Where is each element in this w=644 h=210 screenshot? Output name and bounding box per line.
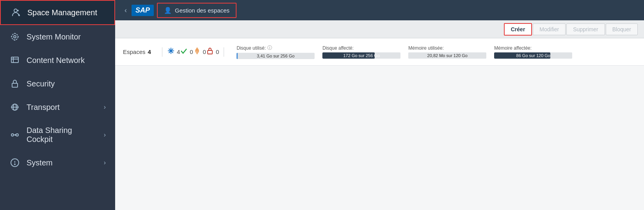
back-button[interactable]: ‹	[120, 6, 132, 14]
meter-value-0: 3,41 Go sur 256 Go	[257, 54, 295, 58]
meter-group-3: Mémoire affectée:86 Go sur 120 Go	[494, 45, 572, 59]
sidebar-item-system-monitor[interactable]: System Monitor	[0, 25, 115, 48]
meter-label-2: Mémoire utilisée:	[408, 45, 486, 51]
meter-value-1: 172 Go sur 256 Go	[343, 53, 380, 58]
sidebar-item-label-transport: Transport	[27, 103, 60, 112]
header-bar: ‹ SAP 👤 Gestion des espaces	[115, 0, 644, 20]
stat-icon-2	[193, 47, 201, 57]
sidebar-item-label-space-management: Space Management	[27, 8, 97, 17]
bloquer-button[interactable]: Bloquer	[606, 23, 638, 35]
svg-point-27	[170, 50, 172, 52]
stat-icon-0	[167, 47, 175, 57]
sidebar-item-label-data-sharing-cockpit: Data Sharing Cockpit	[27, 126, 98, 144]
stat-count-1: 0	[190, 48, 193, 55]
stat-item-3: 0	[206, 47, 219, 57]
svg-rect-8	[11, 57, 18, 63]
system-icon	[9, 158, 20, 167]
svg-point-3	[12, 34, 18, 40]
meter-group-0: Disque utilisé:ⓘ3,41 Go sur 256 Go	[237, 45, 315, 59]
svg-rect-28	[208, 50, 212, 54]
stats-bar: Espaces 4 4000Disque utilisé:ⓘ3,41 Go su…	[115, 38, 644, 66]
sidebar-item-system[interactable]: System›	[0, 151, 115, 174]
meter-bar-wrap-0: 3,41 Go sur 256 Go	[237, 53, 315, 59]
sidebar: Space ManagementSystem MonitorContent Ne…	[0, 0, 115, 210]
sidebar-item-label-security: Security	[27, 79, 55, 88]
meter-group-1: Disque affecté:172 Go sur 256 Go	[322, 45, 400, 59]
sidebar-item-content-network[interactable]: Content Network	[0, 48, 115, 72]
data-sharing-cockpit-icon	[9, 130, 20, 140]
stat-item-0: 4	[167, 47, 180, 57]
sidebar-item-security[interactable]: Security	[0, 72, 115, 95]
meter-label-3: Mémoire affectée:	[494, 45, 572, 51]
system-monitor-icon	[9, 32, 20, 41]
sidebar-item-data-sharing-cockpit[interactable]: Data Sharing Cockpit›	[0, 119, 115, 151]
meter-group-2: Mémoire utilisée:20,82 Mo sur 120 Go	[408, 45, 486, 59]
creer-button[interactable]: Créer	[504, 23, 532, 36]
meter-bar-0	[237, 53, 238, 59]
toolbar: Créer Modifier Supprimer Bloquer	[115, 20, 644, 38]
svg-point-15	[11, 134, 14, 136]
transport-chevron-icon: ›	[104, 104, 106, 111]
data-sharing-cockpit-chevron-icon: ›	[104, 131, 106, 138]
system-chevron-icon: ›	[104, 159, 106, 166]
svg-line-19	[15, 135, 16, 136]
espaces-count: 4	[148, 48, 151, 55]
stat-count-3: 0	[216, 48, 219, 55]
svg-point-2	[14, 36, 16, 38]
meter-bar-wrap-1: 172 Go sur 256 Go	[322, 52, 400, 59]
supprimer-button[interactable]: Supprimer	[566, 23, 605, 35]
svg-point-1	[17, 10, 19, 11]
svg-rect-11	[12, 83, 18, 87]
gestion-des-espaces-tab[interactable]: 👤 Gestion des espaces	[157, 3, 237, 18]
main-content: ‹ SAP 👤 Gestion des espaces Créer Modifi…	[115, 0, 644, 210]
sidebar-item-label-content-network: Content Network	[27, 56, 85, 65]
modifier-button[interactable]: Modifier	[533, 23, 566, 35]
transport-icon	[9, 102, 20, 112]
svg-point-16	[16, 134, 18, 136]
space-management-tab-icon: 👤	[164, 7, 172, 14]
svg-point-22	[14, 164, 15, 165]
meter-label-0: Disque utilisé:ⓘ	[237, 45, 315, 51]
meter-value-3: 86 Go sur 120 Go	[516, 53, 550, 58]
stat-count-0: 4	[177, 48, 180, 55]
content-network-icon	[9, 56, 20, 65]
espaces-label: Espaces	[123, 48, 146, 55]
stat-icon-1	[180, 47, 188, 57]
stat-item-1: 0	[180, 47, 193, 57]
sidebar-item-label-system-monitor: System Monitor	[27, 32, 81, 41]
header-tab-label: Gestion des espaces	[175, 7, 229, 14]
sidebar-item-transport[interactable]: Transport›	[0, 95, 115, 119]
security-icon	[9, 79, 20, 88]
svg-point-0	[14, 9, 17, 12]
meter-value-2: 20,82 Mo sur 120 Go	[427, 53, 468, 58]
stat-item-2: 0	[193, 47, 206, 57]
meter-bar-wrap-3: 86 Go sur 120 Go	[494, 52, 572, 59]
stat-icon-3	[206, 47, 214, 57]
sap-logo: SAP	[132, 5, 154, 16]
sidebar-item-space-management[interactable]: Space Management	[0, 0, 115, 25]
meter-bar-wrap-2: 20,82 Mo sur 120 Go	[408, 52, 486, 59]
meter-info-icon-0[interactable]: ⓘ	[267, 45, 272, 51]
stat-count-2: 0	[203, 48, 206, 55]
sidebar-item-label-system: System	[27, 158, 53, 167]
space-management-icon	[10, 8, 21, 17]
meter-label-1: Disque affecté:	[322, 45, 400, 51]
